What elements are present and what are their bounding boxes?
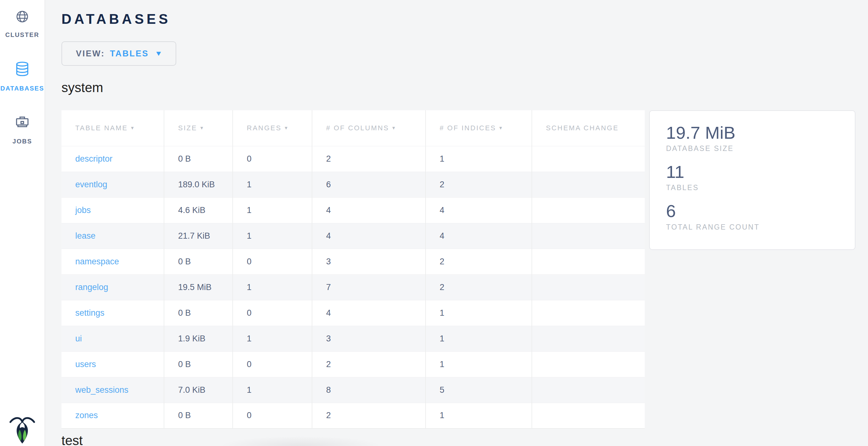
indices-count-cell: 4 [426,197,532,223]
indices-count-cell: 2 [426,172,532,197]
chevron-down-icon: ▼ [155,50,162,57]
table-row: settings 0 B 0 4 1 [61,300,645,326]
table-name-link[interactable]: namespace [75,257,119,266]
database-section-heading-test: test [61,433,868,446]
schema-change-cell [532,146,645,172]
size-cell: 1.9 KiB [164,326,233,351]
table-name-link[interactable]: settings [75,308,104,318]
indices-count-cell: 5 [426,377,532,403]
ranges-cell: 0 [233,300,312,326]
column-header-size[interactable]: SIZE▾ [164,110,233,146]
stat-total-range-count: 6 TOTAL RANGE COUNT [666,201,842,231]
column-header-table-name[interactable]: TABLE NAME▾ [61,110,164,146]
table-name-link[interactable]: zones [75,411,98,420]
indices-count-cell: 1 [426,351,532,377]
indices-count-cell: 4 [426,223,532,249]
size-cell: 0 B [164,351,233,377]
column-header-ranges[interactable]: RANGES▾ [233,110,312,146]
ranges-cell: 1 [233,172,312,197]
stat-value: 19.7 MiB [666,122,842,143]
sidebar-item-label: CLUSTER [5,31,39,38]
table-row: rangelog 19.5 MiB 1 7 2 [61,274,645,300]
database-summary-card: 19.7 MiB DATABASE SIZE 11 TABLES 6 TOTAL… [649,110,856,250]
table-name-link[interactable]: lease [75,231,96,241]
ranges-cell: 0 [233,351,312,377]
table-name-link[interactable]: users [75,359,96,369]
size-cell: 7.0 KiB [164,377,233,403]
view-dropdown-value: TABLES [110,49,149,59]
table-name-cell: rangelog [61,274,164,300]
table-name-link[interactable]: rangelog [75,282,108,292]
schema-change-cell [532,403,645,428]
view-dropdown[interactable]: VIEW: TABLES ▼ [61,41,176,66]
table-row: users 0 B 0 2 1 [61,351,645,377]
sidebar-item-jobs[interactable]: JOBS [0,114,44,145]
sort-caret-icon: ▾ [392,125,396,131]
table-header-row: TABLE NAME▾ SIZE▾ RANGES▾ # OF COLUMNS▾ … [61,110,645,146]
sort-caret-icon: ▾ [499,125,503,131]
table-row: ui 1.9 KiB 1 3 1 [61,326,645,351]
columns-count-cell: 6 [312,172,426,197]
indices-count-cell: 1 [426,146,532,172]
sort-caret-icon: ▾ [285,125,288,131]
size-cell: 0 B [164,300,233,326]
ranges-cell: 0 [233,146,312,172]
sidebar-item-label: DATABASES [0,85,44,92]
size-cell: 0 B [164,249,233,274]
indices-count-cell: 1 [426,326,532,351]
stat-value: 6 [666,201,842,221]
database-section-heading-system: system [61,80,868,95]
page-title: DATABASES [61,11,868,27]
columns-count-cell: 7 [312,274,426,300]
size-cell: 4.6 KiB [164,197,233,223]
table-name-link[interactable]: eventlog [75,180,107,189]
schema-change-cell [532,377,645,403]
table-name-cell: eventlog [61,172,164,197]
table-row: descriptor 0 B 0 2 1 [61,146,645,172]
column-header-indices[interactable]: # OF INDICES▾ [426,110,532,146]
briefcase-icon [14,114,30,132]
table-row: zones 0 B 0 2 1 [61,403,645,428]
columns-count-cell: 4 [312,300,426,326]
size-cell: 0 B [164,403,233,428]
column-header-columns[interactable]: # OF COLUMNS▾ [312,110,426,146]
sort-caret-icon: ▾ [131,125,135,131]
sidebar-item-databases[interactable]: DATABASES [0,61,44,92]
table-row: lease 21.7 KiB 1 4 4 [61,223,645,249]
sort-caret-icon: ▾ [200,125,204,131]
schema-change-cell [532,249,645,274]
view-dropdown-label: VIEW: [76,49,105,59]
size-cell: 21.7 KiB [164,223,233,249]
main-content: DATABASES VIEW: TABLES ▼ system TABLE NA… [46,0,868,446]
schema-change-cell [532,300,645,326]
indices-count-cell: 1 [426,300,532,326]
table-name-cell: lease [61,223,164,249]
table-name-link[interactable]: descriptor [75,154,113,164]
table-name-link[interactable]: jobs [75,205,91,215]
table-row: web_sessions 7.0 KiB 1 8 5 [61,377,645,403]
table-name-link[interactable]: web_sessions [75,385,129,394]
schema-change-cell [532,351,645,377]
schema-change-cell [532,223,645,249]
columns-count-cell: 4 [312,223,426,249]
table-row: eventlog 189.0 KiB 1 6 2 [61,172,645,197]
schema-change-cell [532,326,645,351]
columns-count-cell: 8 [312,377,426,403]
table-name-cell: ui [61,326,164,351]
indices-count-cell: 1 [426,403,532,428]
size-cell: 0 B [164,146,233,172]
table-name-cell: jobs [61,197,164,223]
indices-count-cell: 2 [426,274,532,300]
tables-table: TABLE NAME▾ SIZE▾ RANGES▾ # OF COLUMNS▾ … [61,110,645,429]
ranges-cell: 1 [233,377,312,403]
sidebar-item-cluster[interactable]: CLUSTER [0,9,44,38]
stat-label: TABLES [666,183,842,192]
ranges-cell: 1 [233,197,312,223]
ranges-cell: 1 [233,326,312,351]
ranges-cell: 1 [233,223,312,249]
stat-value: 11 [666,161,842,182]
schema-change-cell [532,197,645,223]
cockroach-bug-logo [8,415,36,445]
column-header-schema-change: SCHEMA CHANGE [532,110,645,146]
table-name-link[interactable]: ui [75,334,82,343]
